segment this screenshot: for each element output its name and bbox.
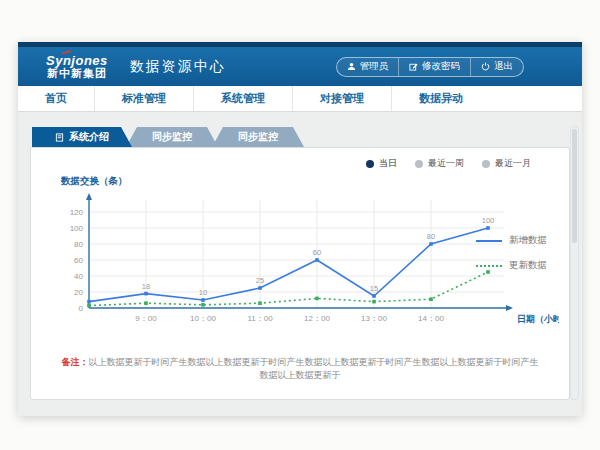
svg-text:60: 60 — [74, 256, 83, 265]
power-icon — [481, 62, 490, 71]
svg-text:10: 10 — [199, 288, 207, 297]
radio-icon — [366, 160, 374, 168]
logo-text: Synjones — [46, 54, 108, 68]
logout-label: 退出 — [494, 60, 513, 73]
tab-label: 同步监控 — [238, 130, 278, 144]
footnote: 备注：以上数据更新于时间产生数据以上数据更新于时间产生数据以上数据更新于时间产生… — [31, 356, 569, 382]
page-title: 数据资源中心 — [130, 58, 226, 76]
chart-legend: 新增数据 更新数据 — [476, 234, 547, 272]
change-password-label: 修改密码 — [422, 60, 460, 73]
y-axis-title: 数据交换（条） — [61, 175, 128, 188]
content-area: 系统介绍 同步监控 同步监控 当日 最近一周 — [18, 112, 582, 410]
scrollbar-thumb[interactable] — [572, 129, 577, 243]
tab-sync-monitor-2[interactable]: 同步监控 — [212, 127, 304, 147]
svg-text:日期（小时）: 日期（小时） — [517, 314, 559, 324]
radio-icon — [482, 160, 490, 168]
radio-label: 最近一周 — [428, 157, 464, 170]
main-nav: 首页 标准管理 系统管理 对接管理 数据异动 — [18, 86, 582, 112]
tab-label: 系统介绍 — [69, 130, 109, 144]
svg-text:25: 25 — [256, 276, 264, 285]
chart-panel: 当日 最近一周 最近一月 数据交换（条） 0204060801001209：00… — [30, 147, 570, 400]
nav-item-standard-mgmt[interactable]: 标准管理 — [94, 86, 193, 111]
legend-update-data[interactable]: 更新数据 — [476, 259, 547, 272]
svg-text:12：00: 12：00 — [304, 314, 330, 323]
nav-item-data-change[interactable]: 数据异动 — [391, 86, 490, 111]
document-icon — [55, 133, 64, 142]
svg-text:40: 40 — [74, 272, 83, 281]
tab-bar: 系统介绍 同步监控 同步监控 — [32, 127, 570, 147]
radio-label: 最近一月 — [495, 157, 531, 170]
svg-text:120: 120 — [70, 208, 84, 217]
svg-text:80: 80 — [427, 232, 435, 241]
svg-text:9：00: 9：00 — [135, 314, 157, 323]
svg-text:20: 20 — [74, 288, 83, 297]
svg-text:10：00: 10：00 — [190, 314, 216, 323]
svg-text:0: 0 — [79, 304, 84, 313]
screen: Synjones 新中新集团 数据资源中心 管理员 修改密 — [0, 0, 600, 450]
logout-button[interactable]: 退出 — [470, 58, 523, 76]
user-button[interactable]: 管理员 — [337, 58, 399, 76]
footnote-prefix: 备注： — [62, 357, 89, 367]
legend-line-swatch — [476, 240, 502, 242]
change-password-button[interactable]: 修改密码 — [398, 58, 470, 76]
svg-text:11：00: 11：00 — [247, 314, 273, 323]
legend-new-data[interactable]: 新增数据 — [476, 234, 547, 247]
svg-text:60: 60 — [313, 248, 321, 257]
radio-label: 当日 — [379, 157, 397, 170]
time-range-filter: 当日 最近一周 最近一月 — [366, 157, 531, 170]
svg-text:13：00: 13：00 — [361, 314, 387, 323]
svg-text:14：00: 14：00 — [418, 314, 444, 323]
user-label: 管理员 — [360, 60, 389, 73]
svg-text:100: 100 — [70, 224, 84, 233]
legend-label: 更新数据 — [509, 259, 547, 272]
legend-line-swatch — [476, 265, 502, 267]
footnote-text: 以上数据更新于时间产生数据以上数据更新于时间产生数据以上数据更新于时间产生数据以… — [89, 357, 539, 380]
logo-subtext: 新中新集团 — [46, 68, 108, 80]
radio-last-week[interactable]: 最近一周 — [415, 157, 464, 170]
tab-label: 同步监控 — [152, 130, 192, 144]
legend-label: 新增数据 — [509, 234, 547, 247]
user-icon — [347, 62, 356, 71]
tab-system-intro[interactable]: 系统介绍 — [32, 127, 132, 147]
tab-sync-monitor-1[interactable]: 同步监控 — [126, 127, 218, 147]
radio-icon — [415, 160, 423, 168]
svg-text:15: 15 — [370, 284, 378, 293]
radio-today[interactable]: 当日 — [366, 157, 397, 170]
edit-icon — [409, 62, 418, 71]
brand-logo: Synjones 新中新集团 — [46, 54, 108, 79]
header: Synjones 新中新集团 数据资源中心 管理员 修改密 — [18, 42, 582, 86]
nav-item-home[interactable]: 首页 — [18, 86, 94, 111]
svg-text:100: 100 — [482, 216, 495, 225]
svg-text:80: 80 — [74, 240, 83, 249]
app-window: Synjones 新中新集团 数据资源中心 管理员 修改密 — [18, 42, 582, 416]
svg-text:18: 18 — [142, 282, 150, 291]
radio-last-month[interactable]: 最近一月 — [482, 157, 531, 170]
scrollbar[interactable] — [570, 126, 579, 400]
nav-item-system-mgmt[interactable]: 系统管理 — [193, 86, 292, 111]
header-actions: 管理员 修改密码 退出 — [336, 57, 525, 77]
nav-item-integration-mgmt[interactable]: 对接管理 — [292, 86, 391, 111]
